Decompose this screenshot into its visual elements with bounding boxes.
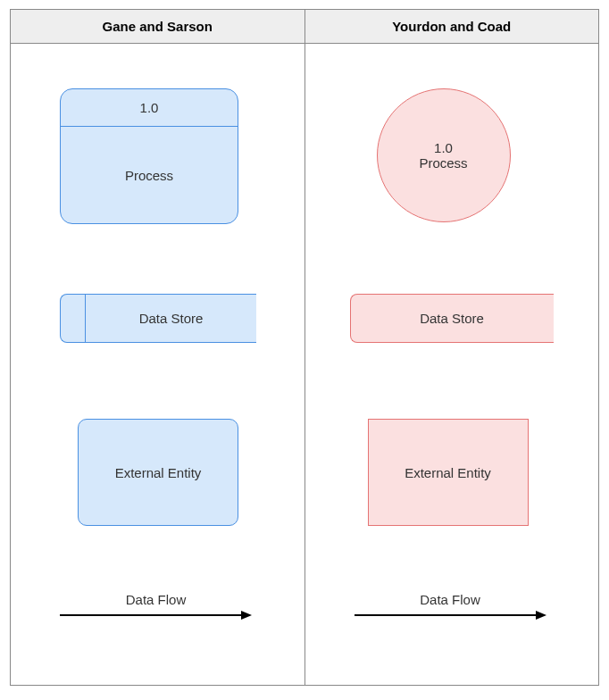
arrow-line [60, 614, 241, 616]
body-row: 1.0 Process Data Store External Entity D… [11, 44, 598, 685]
gs-external-entity-shape: External Entity [78, 419, 238, 526]
header-yourdon-coad: Yourdon and Coad [305, 10, 599, 43]
gs-dataflow: Data Flow [60, 592, 252, 620]
gs-process-id: 1.0 [61, 89, 238, 127]
arrow-icon [60, 611, 252, 620]
yc-process-label: Process [419, 155, 467, 171]
gs-process-label: Process [61, 127, 238, 223]
yc-dataflow-label: Data Flow [355, 592, 546, 607]
yc-process-id: 1.0 [434, 140, 453, 155]
header-gane-sarson: Gane and Sarson [11, 10, 305, 43]
arrow-line [355, 614, 536, 616]
yc-dataflow: Data Flow [355, 592, 546, 620]
comparison-table: Gane and Sarson Yourdon and Coad 1.0 Pro… [10, 9, 599, 686]
yc-datastore-shape: Data Store [350, 294, 554, 343]
arrow-icon [355, 611, 546, 620]
gs-process-shape: 1.0 Process [60, 88, 238, 224]
column-gane-sarson: 1.0 Process Data Store External Entity D… [11, 44, 305, 685]
arrow-head-icon [536, 611, 546, 620]
yc-external-entity-shape: External Entity [368, 419, 529, 526]
gs-datastore-label: Data Store [86, 311, 256, 326]
header-row: Gane and Sarson Yourdon and Coad [11, 10, 598, 44]
column-yourdon-coad: 1.0 Process Data Store External Entity D… [305, 44, 599, 685]
gs-datastore-shape: Data Store [60, 294, 256, 343]
arrow-head-icon [241, 611, 252, 620]
gs-dataflow-label: Data Flow [60, 592, 252, 607]
gs-datastore-bar [61, 295, 86, 342]
yc-process-shape: 1.0 Process [377, 88, 511, 222]
